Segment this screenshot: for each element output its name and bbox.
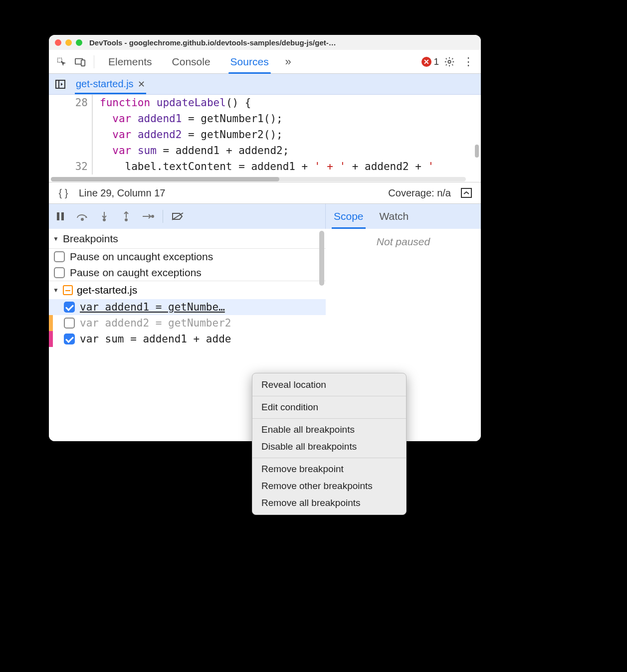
pause-caught-row[interactable]: Pause on caught exceptions	[49, 265, 326, 281]
breakpoint-context-menu: Reveal location Edit condition Enable al…	[252, 373, 407, 515]
panel-scrollbar[interactable]	[319, 231, 324, 286]
file-tab-label: get-started.js	[76, 78, 134, 90]
ctx-disable-all[interactable]: Disable all breakpoints	[252, 438, 406, 455]
ctx-remove-breakpoint[interactable]: Remove breakpoint	[252, 461, 406, 478]
breakpoint-stripe-conditional	[49, 315, 53, 331]
tab-console[interactable]: Console	[163, 50, 219, 73]
settings-icon[interactable]	[441, 53, 458, 70]
menu-separator	[252, 396, 406, 396]
svg-point-3	[448, 60, 451, 63]
editor-statusbar: { } Line 29, Column 17 Coverage: n/a	[49, 182, 481, 204]
breakpoint-row[interactable]: var sum = addend1 + adde	[49, 331, 326, 347]
ctx-reveal-location[interactable]: Reveal location	[252, 376, 406, 393]
code-editor[interactable]: 28 function updateLabel() { 29 var adden…	[49, 95, 481, 182]
file-tab-get-started[interactable]: get-started.js ✕	[69, 74, 152, 94]
breakpoints-header-label: Breakpoints	[63, 233, 118, 245]
code-line: var addend2 = getNumber2();	[100, 127, 283, 143]
breakpoint-stripe-logpoint	[49, 331, 53, 347]
svg-point-15	[152, 215, 154, 217]
line-number[interactable]: 28	[49, 95, 92, 111]
breakpoint-file-label: get-started.js	[77, 284, 137, 296]
close-tab-icon[interactable]: ✕	[138, 79, 145, 90]
disclosure-triangle-icon: ▼	[53, 235, 59, 242]
coverage-status: Coverage: n/a	[388, 187, 451, 199]
step-over-icon[interactable]	[75, 209, 90, 224]
tab-elements[interactable]: Elements	[99, 50, 161, 73]
window-title: DevTools - googlechrome.github.io/devtoo…	[89, 38, 475, 47]
main-tabbar: Elements Console Sources » ✕ 1 ⋮	[49, 50, 481, 74]
code-line: function updateLabel() {	[100, 95, 251, 111]
code-line: var sum = addend1 + addend2;	[100, 143, 289, 159]
svg-point-13	[125, 219, 127, 221]
breakpoint-file-header[interactable]: ▼ get-started.js	[49, 281, 326, 299]
divider	[94, 55, 94, 68]
breakpoint-label: var addend2 = getNumber2	[80, 317, 323, 329]
code-line: label.textContent = addend1 + ' + ' + ad…	[100, 159, 434, 174]
ctx-remove-all[interactable]: Remove all breakpoints	[252, 495, 406, 511]
tab-watch[interactable]: Watch	[372, 204, 417, 229]
tab-sources[interactable]: Sources	[221, 50, 278, 73]
close-window-button[interactable]	[55, 39, 61, 46]
error-icon: ✕	[421, 57, 431, 67]
breakpoint-label: var sum = addend1 + adde	[80, 333, 323, 345]
device-toolbar-icon[interactable]	[72, 53, 89, 70]
svg-rect-2	[81, 60, 85, 66]
step-into-icon[interactable]	[97, 209, 112, 224]
error-badge[interactable]: ✕ 1	[421, 56, 439, 67]
checkbox-pause-uncaught[interactable]	[54, 251, 65, 262]
js-file-icon	[63, 285, 73, 295]
checkbox-pause-caught[interactable]	[54, 267, 65, 278]
maximize-window-button[interactable]	[76, 39, 82, 46]
svg-rect-4	[56, 80, 65, 88]
step-out-icon[interactable]	[119, 209, 134, 224]
error-count: 1	[433, 56, 439, 67]
pretty-print-icon[interactable]: { }	[55, 184, 72, 201]
step-icon[interactable]	[141, 209, 156, 224]
svg-rect-8	[61, 212, 64, 220]
ctx-edit-condition[interactable]: Edit condition	[252, 399, 406, 416]
not-paused-label: Not paused	[377, 236, 430, 247]
cursor-position: Line 29, Column 17	[79, 187, 165, 199]
pause-icon[interactable]	[53, 209, 68, 224]
pause-caught-label: Pause on caught exceptions	[70, 267, 202, 279]
traffic-lights	[55, 39, 82, 46]
ctx-enable-all[interactable]: Enable all breakpoints	[252, 421, 406, 438]
kebab-menu-icon[interactable]: ⋮	[460, 53, 477, 70]
breakpoints-section-header[interactable]: ▼ Breakpoints	[49, 229, 326, 249]
pause-uncaught-row[interactable]: Pause on uncaught exceptions	[49, 249, 326, 265]
more-tabs-icon[interactable]: »	[280, 53, 297, 70]
svg-rect-6	[461, 188, 471, 197]
ctx-remove-other[interactable]: Remove other breakpoints	[252, 478, 406, 495]
collapse-icon[interactable]	[458, 184, 475, 201]
menu-separator	[252, 458, 406, 458]
menu-separator	[252, 418, 406, 419]
horizontal-scrollbar[interactable]	[51, 177, 466, 181]
checkbox-breakpoint-2[interactable]	[64, 318, 75, 329]
titlebar: DevTools - googlechrome.github.io/devtoo…	[49, 35, 481, 50]
file-tabbar: get-started.js ✕	[49, 74, 481, 95]
pause-uncaught-label: Pause on uncaught exceptions	[70, 251, 213, 263]
svg-rect-7	[57, 212, 59, 220]
checkbox-breakpoint-3[interactable]	[64, 334, 75, 344]
breakpoint-row-selected[interactable]: var addend1 = getNumbe…	[49, 299, 326, 315]
svg-point-11	[103, 219, 105, 221]
debugger-toolbar-row: Scope Watch	[49, 204, 481, 229]
disclosure-triangle-icon: ▼	[53, 287, 59, 294]
vertical-scrollbar[interactable]	[475, 145, 479, 158]
code-line: var addend1 = getNumber1();	[100, 111, 283, 127]
inspect-element-icon[interactable]	[53, 53, 70, 70]
minimize-window-button[interactable]	[65, 39, 72, 46]
line-number[interactable]: 32	[49, 159, 92, 174]
svg-point-9	[81, 218, 83, 220]
tab-scope[interactable]: Scope	[326, 204, 372, 229]
checkbox-breakpoint-1[interactable]	[64, 302, 75, 313]
deactivate-breakpoints-icon[interactable]	[170, 209, 185, 224]
breakpoint-row[interactable]: var addend2 = getNumber2	[49, 315, 326, 331]
navigator-toggle-icon[interactable]	[52, 76, 69, 93]
breakpoint-label: var addend1 = getNumbe…	[80, 301, 323, 313]
